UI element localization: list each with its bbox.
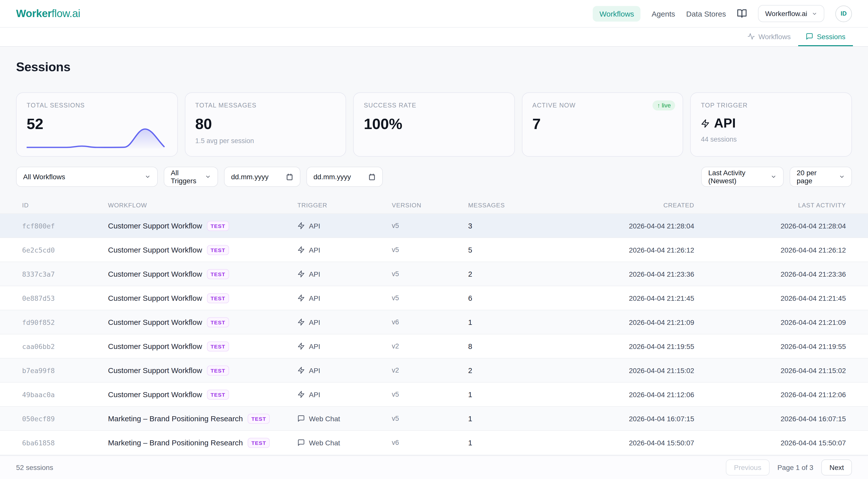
table-row[interactable]: 49baac0aCustomer Support WorkflowTESTAPI… [0, 382, 868, 406]
page-size-select[interactable]: 20 per page [789, 167, 852, 187]
workflow-cell: Customer Support WorkflowTEST [108, 221, 298, 231]
column-header-workflow: WORKFLOW [108, 201, 298, 209]
column-header-trigger: TRIGGER [298, 201, 392, 209]
nav-data-stores[interactable]: Data Stores [686, 9, 726, 18]
test-badge: TEST [207, 269, 229, 279]
message-count: 1 [468, 390, 528, 398]
org-selector[interactable]: Workerflow.ai [758, 5, 824, 22]
workflow-cell: Customer Support WorkflowTEST [108, 365, 298, 375]
trigger-label: API [309, 390, 320, 398]
stat-value: 80 [195, 116, 336, 133]
sort-select[interactable]: Last Activity (Newest) [701, 167, 784, 187]
workflow-cell: Customer Support WorkflowTEST [108, 269, 298, 279]
avatar[interactable]: ID [835, 5, 852, 22]
nav-agents[interactable]: Agents [652, 9, 675, 18]
workflow-cell: Customer Support WorkflowTEST [108, 389, 298, 400]
test-badge: TEST [207, 341, 229, 351]
sessions-table: ID WORKFLOW TRIGGER VERSION MESSAGES CRE… [0, 197, 868, 454]
workflow-name: Customer Support Workflow [108, 294, 202, 302]
sessions-sparkline [27, 125, 167, 150]
workflow-cell: Marketing – Brand Positioning ResearchTE… [108, 413, 298, 423]
workflow-name: Customer Support Workflow [108, 342, 202, 350]
workflow-name: Marketing – Brand Positioning Research [108, 438, 243, 447]
table-row[interactable]: 050ecf89Marketing – Brand Positioning Re… [0, 406, 868, 430]
workflow-name: Customer Support Workflow [108, 221, 202, 230]
date-to-input[interactable]: dd.mm.yyyy [306, 167, 383, 187]
last-activity: 2026-04-04 21:21:09 [694, 318, 868, 326]
workflow-cell: Customer Support WorkflowTEST [108, 293, 298, 303]
stat-value: 100% [364, 116, 504, 133]
version: v6 [392, 318, 468, 326]
logo-text-light: flow.ai [52, 7, 81, 19]
table-row[interactable]: b7ea99f8Customer Support WorkflowTESTAPI… [0, 358, 868, 382]
chat-bubble-icon [298, 415, 305, 422]
version: v5 [392, 294, 468, 302]
workflow-name: Customer Support Workflow [108, 269, 202, 278]
calendar-icon [286, 173, 293, 181]
message-count: 1 [468, 318, 528, 326]
bolt-icon [298, 246, 305, 254]
session-id: 8337c3a7 [0, 270, 108, 278]
created-at: 2026-04-04 21:28:04 [528, 222, 694, 230]
table-footer: 52 sessions Previous Page 1 of 3 Next [0, 455, 868, 479]
message-count: 6 [468, 294, 528, 302]
live-badge: ↑live [653, 100, 675, 110]
session-id: 0e887d53 [0, 294, 108, 302]
session-id: caa06bb2 [0, 342, 108, 350]
previous-button[interactable]: Previous [726, 459, 769, 476]
nav-workflows[interactable]: Workflows [593, 6, 641, 21]
table-row[interactable]: 6ba61858Marketing – Brand Positioning Re… [0, 430, 868, 454]
chat-bubble-icon [298, 439, 305, 446]
table-row[interactable]: fd90f852Customer Support WorkflowTESTAPI… [0, 310, 868, 334]
top-nav: Workflows Agents Data Stores Workerflow.… [593, 5, 852, 22]
session-id: fd90f852 [0, 318, 108, 326]
trigger-label: Web Chat [309, 414, 340, 422]
app-header: Workerflow.ai Workflows Agents Data Stor… [0, 0, 868, 28]
trigger-cell: API [298, 342, 392, 350]
column-header-id: ID [0, 201, 108, 209]
created-at: 2026-04-04 21:12:06 [528, 390, 694, 398]
date-to-placeholder: dd.mm.yyyy [313, 173, 351, 181]
table-header: ID WORKFLOW TRIGGER VERSION MESSAGES CRE… [0, 197, 868, 213]
tab-workflows[interactable]: Workflows [740, 28, 799, 46]
last-activity: 2026-04-04 16:07:15 [694, 414, 868, 422]
bolt-icon [298, 366, 305, 374]
workflow-cell: Customer Support WorkflowTEST [108, 317, 298, 327]
table-row[interactable]: 0e887d53Customer Support WorkflowTESTAPI… [0, 286, 868, 310]
message-count: 5 [468, 246, 528, 254]
bolt-icon [298, 222, 305, 229]
stat-card-total-sessions: TOTAL SESSIONS 52 [16, 92, 178, 157]
table-row[interactable]: caa06bb2Customer Support WorkflowTESTAPI… [0, 334, 868, 358]
message-count: 1 [468, 414, 528, 422]
chevron-down-icon [771, 174, 777, 180]
workflow-name: Customer Support Workflow [108, 366, 202, 375]
logo-text-bold: Worker [16, 7, 52, 19]
bolt-icon [298, 391, 305, 398]
trigger-filter[interactable]: All Triggers [164, 167, 218, 187]
trigger-cell: API [298, 390, 392, 398]
org-selector-label: Workerflow.ai [765, 9, 807, 18]
created-at: 2026-04-04 21:19:55 [528, 342, 694, 350]
test-badge: TEST [207, 221, 229, 231]
table-row[interactable]: fcf800efCustomer Support WorkflowTESTAPI… [0, 213, 868, 237]
last-activity: 2026-04-04 21:12:06 [694, 390, 868, 398]
workflow-filter[interactable]: All Workflows [16, 167, 158, 187]
workflow-cell: Customer Support WorkflowTEST [108, 341, 298, 351]
tab-sessions[interactable]: Sessions [798, 28, 853, 46]
page-info: Page 1 of 3 [777, 464, 813, 472]
tab-label: Sessions [817, 32, 845, 40]
session-id: 6e2c5cd0 [0, 246, 108, 254]
table-row[interactable]: 8337c3a7Customer Support WorkflowTESTAPI… [0, 262, 868, 286]
last-activity: 2026-04-04 21:19:55 [694, 342, 868, 350]
next-button[interactable]: Next [821, 459, 852, 476]
chat-bubble-icon [806, 33, 813, 40]
docs-book-icon[interactable] [737, 8, 747, 19]
trigger-cell: API [298, 222, 392, 230]
version: v2 [392, 366, 468, 374]
table-row[interactable]: 6e2c5cd0Customer Support WorkflowTESTAPI… [0, 237, 868, 262]
trigger-label: API [309, 342, 320, 350]
stat-card-active-now: ACTIVE NOW 7 ↑live [522, 92, 683, 157]
date-from-input[interactable]: dd.mm.yyyy [224, 167, 300, 187]
app-logo[interactable]: Workerflow.ai [16, 7, 81, 20]
stat-card-success-rate: SUCCESS RATE 100% [353, 92, 515, 157]
